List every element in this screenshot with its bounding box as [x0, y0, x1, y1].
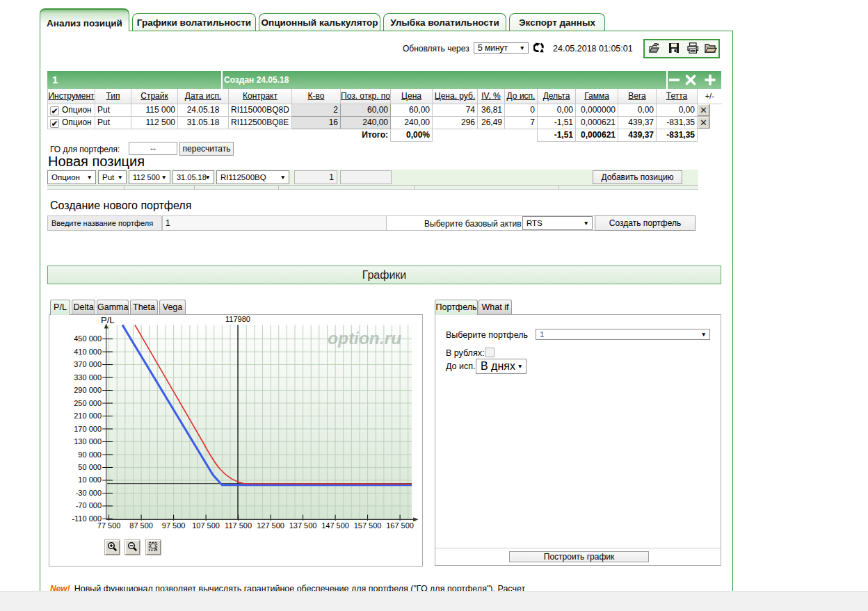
svg-text:157 500: 157 500	[354, 521, 382, 530]
svg-text:167 500: 167 500	[386, 521, 414, 530]
svg-text:P/L: P/L	[101, 315, 115, 325]
svg-text:-70 000: -70 000	[76, 501, 102, 510]
svg-text:330 000: 330 000	[74, 373, 102, 382]
svg-text:450 000: 450 000	[74, 334, 102, 343]
svg-text:10 000: 10 000	[78, 475, 102, 484]
svg-text:87 500: 87 500	[129, 521, 153, 530]
svg-text:117 500: 117 500	[225, 521, 252, 530]
svg-text:250 000: 250 000	[74, 399, 102, 407]
svg-text:90 000: 90 000	[78, 450, 102, 459]
svg-text:97 500: 97 500	[162, 521, 186, 530]
svg-text:77 500: 77 500	[97, 521, 121, 530]
svg-text:-30 000: -30 000	[76, 489, 102, 497]
svg-text:410 000: 410 000	[74, 348, 102, 356]
svg-text:290 000: 290 000	[74, 386, 102, 394]
svg-text:107 500: 107 500	[192, 521, 220, 530]
svg-text:127 500: 127 500	[257, 521, 284, 530]
svg-text:50 000: 50 000	[78, 463, 102, 471]
svg-text:option.ru: option.ru	[328, 329, 401, 348]
svg-text:137 500: 137 500	[289, 521, 317, 530]
svg-text:170 000: 170 000	[74, 425, 102, 433]
svg-text:130 000: 130 000	[74, 437, 102, 446]
svg-text:210 000: 210 000	[74, 412, 102, 420]
svg-text:370 000: 370 000	[74, 360, 102, 368]
svg-text:147 500: 147 500	[321, 521, 349, 530]
svg-text:117980: 117980	[225, 315, 250, 323]
